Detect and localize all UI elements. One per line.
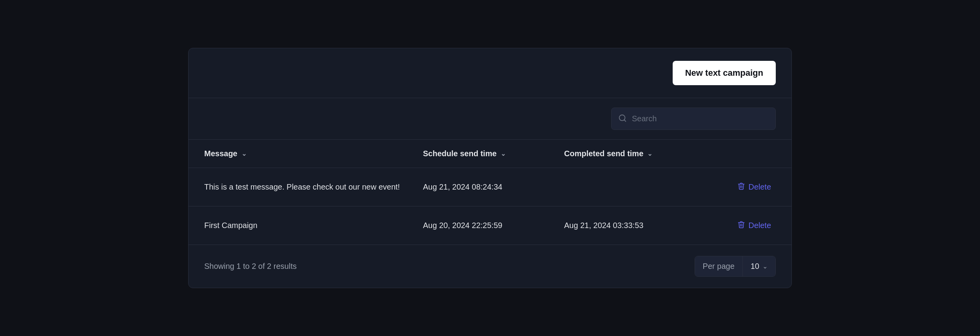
search-section [189,98,791,140]
column-header-actions [713,149,776,158]
per-page-wrapper: Per page 10 ⌄ [695,256,776,277]
cell-message-2: First Campaign [204,221,423,230]
sort-icon-completed: ⌄ [647,150,652,157]
results-text: Showing 1 to 2 of 2 results [204,262,297,271]
column-header-completed[interactable]: Completed send time ⌄ [564,149,713,158]
column-header-message[interactable]: Message ⌄ [204,149,423,158]
header-section: New text campaign [189,48,791,98]
table-header: Message ⌄ Schedule send time ⌄ Completed… [189,140,791,168]
new-campaign-button[interactable]: New text campaign [673,61,776,85]
per-page-value: 10 [751,262,759,271]
page-wrapper: New text campaign Message ⌄ Schedu [20,48,960,288]
table-row: First Campaign Aug 20, 2024 22:25:59 Aug… [189,206,791,245]
chevron-down-icon: ⌄ [762,263,768,270]
search-input-wrapper [611,108,776,130]
cell-message-1: This is a test message. Please check out… [204,183,423,192]
cell-actions-1: Delete [713,179,776,195]
cell-schedule-2: Aug 20, 2024 22:25:59 [423,221,564,230]
table-footer: Showing 1 to 2 of 2 results Per page 10 … [189,245,791,288]
sort-icon-message: ⌄ [241,150,247,157]
main-container: New text campaign Message ⌄ Schedu [188,48,792,288]
delete-label-1: Delete [748,183,771,192]
column-label-message: Message [204,149,238,158]
sort-icon-schedule: ⌄ [501,150,506,157]
trash-icon-1 [737,182,745,192]
column-label-completed: Completed send time [564,149,643,158]
per-page-select[interactable]: 10 ⌄ [743,256,775,276]
search-input[interactable] [611,108,776,130]
delete-button-1[interactable]: Delete [733,179,776,195]
delete-label-2: Delete [748,221,771,230]
delete-button-2[interactable]: Delete [733,217,776,234]
table-row: This is a test message. Please check out… [189,168,791,206]
cell-completed-2: Aug 21, 2024 03:33:53 [564,221,713,230]
column-label-schedule: Schedule send time [423,149,497,158]
cell-schedule-1: Aug 21, 2024 08:24:34 [423,183,564,192]
trash-icon-2 [737,221,745,230]
cell-actions-2: Delete [713,217,776,234]
column-header-schedule[interactable]: Schedule send time ⌄ [423,149,564,158]
per-page-label: Per page [695,256,743,276]
